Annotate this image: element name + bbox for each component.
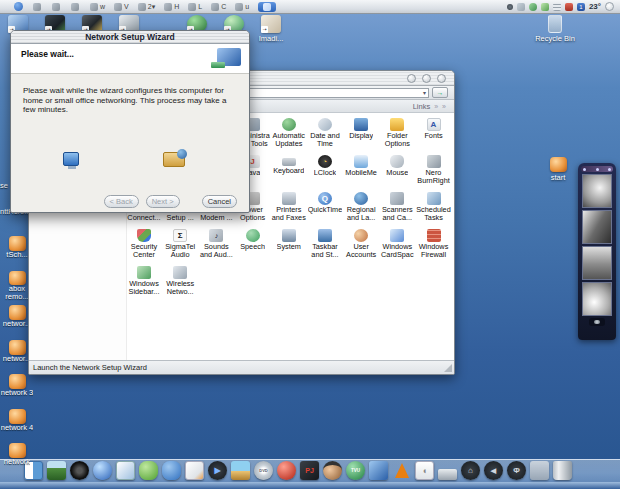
control-panel-item[interactable]: MobileMe bbox=[343, 154, 379, 191]
dock-icon[interactable] bbox=[415, 461, 434, 480]
camera-button[interactable] bbox=[589, 318, 605, 326]
control-panel-item[interactable]: Wireless Netwo... bbox=[162, 265, 198, 302]
dialog-titlebar[interactable]: Network Setup Wizard bbox=[11, 31, 249, 44]
dock-icon[interactable] bbox=[47, 461, 66, 480]
tray-icon[interactable] bbox=[507, 4, 513, 10]
control-panel-item[interactable]: Display bbox=[343, 117, 379, 154]
dock-icon[interactable] bbox=[346, 461, 365, 480]
next-button[interactable]: Next > bbox=[146, 195, 180, 208]
menu-extra-item[interactable]: C bbox=[211, 3, 226, 11]
menu-extra-active[interactable] bbox=[258, 2, 276, 12]
dock-icon[interactable] bbox=[70, 461, 89, 480]
menu-extra-item[interactable]: H bbox=[164, 3, 179, 11]
control-panel-item[interactable] bbox=[235, 265, 271, 302]
photo-thumbnail[interactable] bbox=[582, 210, 612, 244]
control-panel-item[interactable]: QuickTime bbox=[307, 191, 343, 228]
control-panel-item[interactable]: Windows Firewall bbox=[416, 228, 452, 265]
control-panel-item[interactable]: Mouse bbox=[379, 154, 415, 191]
dock-icon[interactable] bbox=[392, 461, 411, 480]
control-panel-item[interactable]: Fonts bbox=[416, 117, 452, 154]
dock-icon[interactable] bbox=[553, 461, 572, 480]
desktop-network-icon[interactable]: network bbox=[0, 443, 34, 474]
dock-icon[interactable] bbox=[369, 461, 388, 480]
control-panel-item[interactable]: Date and Time bbox=[307, 117, 343, 154]
control-panel-item[interactable]: Sounds and Aud... bbox=[198, 228, 234, 265]
control-panel-item[interactable]: Automatic Updates bbox=[271, 117, 307, 154]
dock-icon[interactable] bbox=[530, 461, 549, 480]
control-panel-item[interactable]: Windows CardSpace bbox=[379, 228, 415, 265]
control-panel-item[interactable]: SigmaTel Audio bbox=[162, 228, 198, 265]
dock-icon[interactable] bbox=[461, 461, 480, 480]
control-panel-item[interactable] bbox=[416, 265, 452, 302]
chevron-down-icon[interactable]: ▾ bbox=[423, 89, 428, 96]
tray-icon[interactable] bbox=[541, 3, 549, 11]
desktop-shortcut[interactable]: Imadi... bbox=[259, 15, 283, 43]
chevron-right-icon[interactable]: » bbox=[442, 103, 446, 110]
dock-icon[interactable] bbox=[185, 461, 204, 480]
tray-icon[interactable] bbox=[565, 3, 573, 11]
tray-icon[interactable]: 1 bbox=[577, 3, 585, 11]
minimize-icon[interactable] bbox=[422, 74, 431, 83]
control-panel-item[interactable]: LClock bbox=[307, 154, 343, 191]
control-panel-item[interactable]: Printers and Faxes bbox=[271, 191, 307, 228]
desktop-network-icon[interactable]: network 4 bbox=[0, 409, 34, 440]
dock-icon[interactable] bbox=[139, 461, 158, 480]
tray-icon[interactable] bbox=[553, 3, 561, 11]
start-shortcut[interactable]: start bbox=[543, 157, 573, 182]
desktop-network-icon[interactable]: network 3 bbox=[0, 374, 34, 405]
menu-extra-item[interactable] bbox=[71, 3, 81, 11]
control-panel-item[interactable]: System bbox=[271, 228, 307, 265]
tray-icon[interactable] bbox=[517, 3, 525, 11]
control-panel-item[interactable]: Folder Options bbox=[379, 117, 415, 154]
back-button[interactable]: < Back bbox=[104, 195, 139, 208]
menu-extra-item[interactable]: 2▾ bbox=[138, 3, 155, 11]
control-panel-item[interactable] bbox=[198, 265, 234, 302]
clock-icon[interactable] bbox=[605, 2, 614, 11]
menu-extra-item[interactable] bbox=[33, 3, 43, 11]
links-label[interactable]: Links bbox=[413, 102, 431, 111]
dock-icon[interactable] bbox=[507, 461, 526, 480]
control-panel-item[interactable]: Speech bbox=[235, 228, 271, 265]
widget-search-icon[interactable] bbox=[596, 168, 599, 171]
widget-dot-icon[interactable] bbox=[583, 168, 586, 171]
maximize-icon[interactable] bbox=[437, 74, 446, 83]
control-panel-item[interactable]: Regional and La... bbox=[343, 191, 379, 228]
dock-icon[interactable] bbox=[438, 469, 457, 480]
dock-icon[interactable] bbox=[231, 461, 250, 480]
control-panel-item[interactable]: User Accounts bbox=[343, 228, 379, 265]
control-panel-item[interactable]: Scanners and Ca... bbox=[379, 191, 415, 228]
menu-extra-item[interactable]: L bbox=[188, 3, 202, 11]
go-button[interactable]: → bbox=[432, 87, 448, 98]
menu-extra-item[interactable]: w bbox=[90, 3, 105, 11]
control-panel-item[interactable] bbox=[379, 265, 415, 302]
dock-icon[interactable] bbox=[93, 461, 112, 480]
photo-thumbnail[interactable] bbox=[582, 246, 612, 280]
resize-grip-icon[interactable] bbox=[444, 364, 452, 372]
dock-icon[interactable] bbox=[300, 461, 319, 480]
menu-extra-item[interactable] bbox=[52, 3, 62, 11]
close-icon[interactable] bbox=[407, 74, 416, 83]
control-panel-item[interactable] bbox=[271, 265, 307, 302]
dock-icon[interactable] bbox=[323, 461, 342, 480]
photo-thumbnail[interactable] bbox=[582, 282, 612, 316]
control-panel-item[interactable]: Scheduled Tasks bbox=[416, 191, 452, 228]
menu-extra-item[interactable]: u bbox=[235, 3, 249, 11]
dock-icon[interactable] bbox=[116, 461, 135, 480]
dock-icon[interactable] bbox=[277, 461, 296, 480]
dock-icon[interactable] bbox=[162, 461, 181, 480]
chevron-right-icon[interactable]: » bbox=[434, 103, 438, 110]
recycle-bin[interactable]: Recycle Bin bbox=[538, 15, 572, 43]
cancel-button[interactable]: Cancel bbox=[202, 195, 237, 208]
dock-icon[interactable] bbox=[208, 461, 227, 480]
dock-icon[interactable] bbox=[484, 461, 503, 480]
control-panel-item[interactable]: Nero BurnRights bbox=[416, 154, 452, 191]
dock-icon[interactable] bbox=[254, 461, 273, 480]
control-panel-item[interactable] bbox=[307, 265, 343, 302]
menu-extra-item[interactable]: V bbox=[114, 3, 129, 11]
widget-add-icon[interactable] bbox=[608, 168, 611, 171]
control-panel-item[interactable]: Security Center bbox=[126, 228, 162, 265]
control-panel-item[interactable]: Windows Sidebar... bbox=[126, 265, 162, 302]
tray-icon[interactable] bbox=[529, 3, 537, 11]
apple-menu-icon[interactable] bbox=[14, 2, 23, 11]
control-panel-item[interactable] bbox=[343, 265, 379, 302]
